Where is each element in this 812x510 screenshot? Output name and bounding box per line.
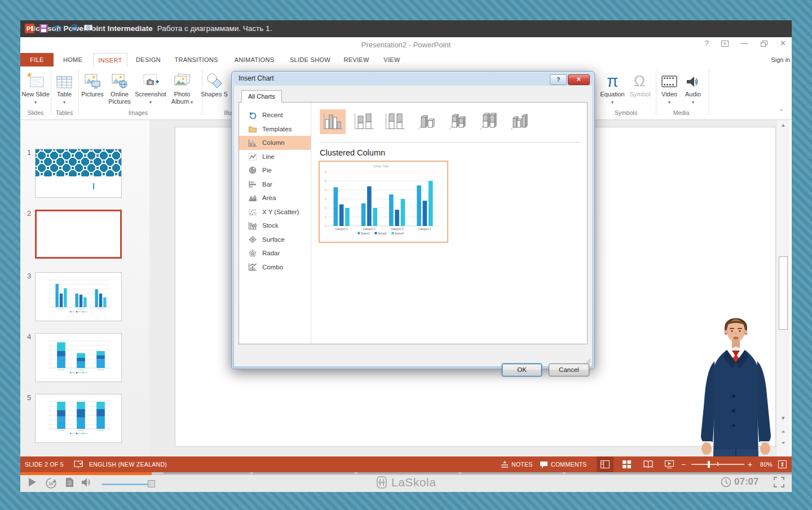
cancel-button[interactable]: Cancel (549, 363, 589, 376)
tab-design[interactable]: DESIGN (136, 53, 161, 66)
slide-thumbnail-5[interactable] (35, 394, 122, 443)
category-pie[interactable]: Pie (239, 163, 311, 178)
svg-text:Series2: Series2 (378, 232, 387, 235)
zoom-in-button[interactable]: + (748, 456, 752, 472)
next-slide-icon[interactable]: ⏷ (778, 440, 788, 446)
tab-animations[interactable]: ANIMATIONS (235, 53, 275, 66)
dialog-close-button[interactable]: ✕ (568, 74, 590, 85)
table-button[interactable]: Table▾ (49, 68, 80, 106)
volume-slider-thumb[interactable] (148, 480, 155, 487)
dialog-resize-grip[interactable] (585, 359, 590, 365)
language-indicator[interactable]: ENGLISH (NEW ZEALAND) (89, 456, 167, 472)
subtype-3d-100-stacked-column[interactable] (475, 109, 501, 134)
slide-thumbnail-2-selected[interactable] (35, 210, 122, 259)
equation-label: Equation (600, 91, 624, 97)
video-timestamp: 07:07 (734, 476, 758, 487)
group-label-slides: Slides (28, 109, 44, 116)
slide-sorter-view-button[interactable] (618, 456, 635, 472)
tab-review[interactable]: REVIEW (343, 53, 369, 66)
photo-album-button[interactable]: Photo Album ▾ (167, 68, 197, 106)
redo-icon[interactable] (70, 24, 78, 32)
ribbon-tab-row: FILE HOME INSERT DESIGN TRANSITIONS ANIM… (20, 53, 792, 66)
normal-view-button[interactable] (597, 456, 614, 472)
templates-folder-icon (248, 125, 257, 133)
status-bar: SLIDE 2 OF 5 ENGLISH (NEW ZEALAND) NOTES… (20, 456, 792, 472)
close-icon[interactable]: ✕ (780, 39, 786, 47)
category-xy-scatter[interactable]: X Y (Scatter) (239, 205, 311, 219)
fit-to-window-icon[interactable] (778, 460, 787, 468)
scroll-up-icon[interactable]: ▲ (778, 122, 788, 128)
category-templates[interactable]: Templates (239, 122, 311, 136)
ribbon-display-options-icon[interactable] (721, 41, 729, 47)
tab-file[interactable]: FILE (20, 53, 54, 66)
tab-home[interactable]: HOME (63, 53, 82, 66)
subtype-clustered-column[interactable] (320, 109, 346, 134)
category-recent[interactable]: Recent (239, 108, 311, 122)
category-radar[interactable]: Radar (239, 246, 311, 260)
online-pictures-button[interactable]: Online Pictures (104, 68, 135, 105)
slide-thumbnail-3[interactable] (35, 272, 122, 321)
tab-view[interactable]: VIEW (383, 53, 400, 66)
slide-thumbnail-1[interactable] (35, 149, 122, 198)
new-slide-button[interactable]: New Slide ▾ (20, 68, 51, 106)
tab-insert[interactable]: INSERT (93, 53, 127, 67)
subtype-3d-clustered-column[interactable] (413, 109, 439, 134)
subtype-3d-column[interactable] (506, 109, 532, 134)
subtype-100-stacked-column[interactable] (382, 109, 408, 134)
notes-button[interactable]: NOTES (511, 456, 533, 472)
pictures-button[interactable]: Pictures (77, 68, 108, 98)
dialog-help-button[interactable]: ? (550, 74, 567, 85)
reading-view-button[interactable] (639, 456, 656, 472)
spell-check-icon[interactable] (73, 460, 83, 469)
category-combo[interactable]: Combo (239, 260, 311, 274)
screenshot-button[interactable]: Screenshot▾ (134, 68, 167, 106)
play-icon[interactable] (28, 477, 37, 487)
brand-logo: LaSkola (376, 476, 436, 489)
slide1-pattern-graphic (36, 149, 121, 176)
audio-button[interactable]: Audio▾ (678, 68, 708, 106)
vertical-scrollbar[interactable]: ▲ ▼ ⏶ ⏷ (777, 120, 789, 456)
category-stock[interactable]: Stock (239, 219, 311, 233)
subtype-3d-stacked-column[interactable] (444, 109, 470, 134)
sign-in-link[interactable]: Sign in (771, 53, 790, 66)
category-surface[interactable]: Surface (239, 233, 311, 247)
category-line[interactable]: Line (239, 150, 311, 164)
all-charts-tab[interactable]: All Charts (241, 90, 282, 103)
volume-slider-track[interactable] (102, 484, 152, 485)
zoom-level[interactable]: 80% (760, 456, 773, 472)
category-column-selected[interactable]: Column (239, 136, 311, 150)
volume-icon[interactable] (81, 477, 95, 487)
tab-transitions[interactable]: TRANSITIONS (174, 53, 218, 66)
comments-button[interactable]: COMMENTS (551, 456, 587, 472)
rewind-10-icon[interactable]: 10 (45, 477, 57, 489)
video-progress-fill (20, 472, 152, 475)
fullscreen-icon[interactable] (774, 477, 784, 487)
previous-slide-icon[interactable]: ⏶ (778, 429, 788, 435)
scrollbar-thumb[interactable] (779, 256, 788, 330)
category-bar[interactable]: Bar (239, 178, 311, 192)
video-progress-track[interactable] (20, 472, 792, 475)
category-area[interactable]: Area (239, 191, 311, 205)
zoom-slider-thumb[interactable] (708, 461, 710, 468)
tab-slide-show[interactable]: SLIDE SHOW (290, 53, 330, 66)
notes-document-icon[interactable] (65, 477, 74, 487)
minimize-icon[interactable]: — (741, 39, 748, 47)
restore-icon[interactable] (761, 41, 767, 47)
zoom-out-button[interactable]: − (681, 456, 686, 472)
start-from-beginning-icon[interactable] (83, 24, 94, 33)
group-separator (709, 70, 709, 115)
scroll-down-icon[interactable]: ▼ (778, 415, 788, 421)
slide-thumbnail-4[interactable] (35, 333, 122, 382)
equation-button[interactable]: π Equation▾ (597, 68, 628, 106)
ok-button[interactable]: OK (502, 363, 542, 376)
shapes-button[interactable]: Shapes S (199, 68, 230, 98)
chart-preview-tile[interactable]: Chart Title0123456Category 1Category 2Ca… (319, 161, 448, 243)
dropdown-arrow-icon: ▾ (149, 100, 152, 105)
save-icon[interactable] (39, 24, 48, 33)
undo-icon[interactable] (53, 24, 65, 32)
slide-show-button[interactable] (661, 456, 678, 472)
customize-qat-icon[interactable] (99, 26, 104, 31)
subtype-stacked-column[interactable] (351, 109, 377, 134)
help-icon[interactable]: ? (705, 39, 709, 47)
collapse-ribbon-icon[interactable]: ⌃ (779, 108, 784, 116)
